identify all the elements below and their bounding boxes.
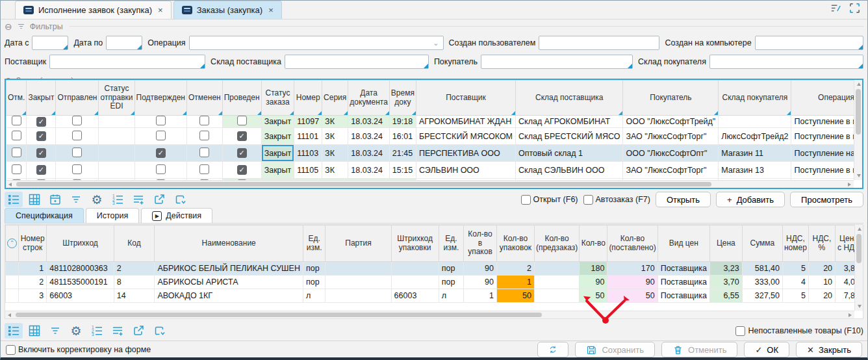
order-row[interactable]: ✓Закрыт11097ЗК18.03.2419:18АГРОКОМБИНАТ … xyxy=(6,116,864,128)
cell-vat_pct[interactable]: 20 xyxy=(808,262,835,276)
scroll-thumb[interactable] xyxy=(856,234,862,263)
cell-barcode[interactable]: 66003 xyxy=(47,289,114,303)
scroll-thumb[interactable] xyxy=(856,89,861,135)
checkbox[interactable] xyxy=(6,345,16,355)
scroll-up-icon[interactable] xyxy=(857,83,861,86)
cell-operation[interactable]: Поступление в магази xyxy=(791,162,863,179)
cell-closed[interactable]: ✓ xyxy=(27,162,56,179)
open-f6-checkbox[interactable]: Открыт (F6) xyxy=(521,195,578,205)
cell-posted[interactable]: ✓ xyxy=(222,162,261,179)
cell-qty[interactable]: 180 xyxy=(580,262,607,276)
spec-col-header-5[interactable]: Ед. изм. xyxy=(303,225,326,262)
cell-posted[interactable] xyxy=(222,116,261,128)
cell-buyer_store[interactable]: ЛюксСофтТрейд2 xyxy=(719,128,791,145)
spec-col-header-7[interactable]: Штрихкод упаковки xyxy=(391,225,439,262)
otm-checkbox[interactable] xyxy=(12,164,21,174)
cell-barcode[interactable]: 4811028000363 xyxy=(47,262,114,276)
orders-col-header-13[interactable]: Склад поставщика xyxy=(516,81,623,116)
spec-row[interactable]: 148110280003632АБРИКОС БЕЛЫЙ ПЕЛИКАН СУШ… xyxy=(6,262,863,276)
orders-col-header-8[interactable]: Номер xyxy=(294,81,322,116)
closed-checkbox[interactable]: ✓ xyxy=(36,165,46,175)
cell-marker[interactable] xyxy=(6,262,19,276)
grid-icon[interactable] xyxy=(25,323,44,339)
spec-col-header-9[interactable]: Кол-во в упаков xyxy=(464,225,497,262)
filter-icon[interactable] xyxy=(67,192,85,207)
confirmed-checkbox[interactable] xyxy=(156,131,166,140)
gear-icon[interactable]: ⚙ xyxy=(67,323,85,339)
spec-col-header-17[interactable]: НДС, номер xyxy=(782,225,808,262)
cell-buyer_store[interactable]: Магазин 13 xyxy=(719,162,791,179)
cell-preorder[interactable] xyxy=(534,262,579,276)
reload-icon[interactable] xyxy=(171,192,189,207)
spec-col-header-4[interactable]: Наименование xyxy=(155,225,303,262)
grid-icon[interactable] xyxy=(25,192,44,207)
orders-col-header-11[interactable]: Время доку xyxy=(389,81,416,116)
spec-col-header-12[interactable]: Кол-во xyxy=(580,225,607,262)
view-button[interactable]: Просмотреть xyxy=(790,192,863,207)
sent-checkbox[interactable] xyxy=(72,116,82,125)
scroll-left-icon[interactable] xyxy=(8,313,11,317)
cell-price_type[interactable]: Поставщика xyxy=(657,276,709,289)
cell-date[interactable]: 18.03.24 xyxy=(348,128,390,145)
tab-close-icon[interactable]: × xyxy=(158,5,163,15)
cell-delivered[interactable]: 170 xyxy=(607,262,657,276)
canceled-checkbox[interactable] xyxy=(199,116,209,125)
cell-time[interactable]: 15:15 xyxy=(389,162,416,179)
orders-col-header-1[interactable]: Закрыт xyxy=(27,81,56,116)
cell-canceled[interactable] xyxy=(187,162,223,179)
ok-button[interactable]: ✓ОК xyxy=(744,342,789,357)
cell-buyer[interactable]: ООО "ЛюксСофтОпт" xyxy=(623,145,719,162)
orders-col-header-10[interactable]: Дата документа xyxy=(348,81,390,116)
cell-packs[interactable]: 50 xyxy=(496,289,534,303)
cell-vat_num[interactable]: 5 xyxy=(782,289,808,303)
cell-marker[interactable] xyxy=(6,289,19,303)
cell-code[interactable]: 14 xyxy=(114,289,155,303)
open-external-icon[interactable] xyxy=(150,192,168,207)
orders-col-header-0[interactable]: Отм. xyxy=(6,81,27,116)
sent-checkbox[interactable] xyxy=(72,148,82,157)
cell-series[interactable]: ЗК xyxy=(322,162,348,179)
cell-batch[interactable] xyxy=(326,262,391,276)
cell-otm[interactable] xyxy=(6,145,27,162)
cell-buyer_store[interactable] xyxy=(719,116,791,128)
posted-checkbox[interactable]: ✓ xyxy=(237,148,247,158)
spec-col-header-13[interactable]: Кол-во (поставлено) xyxy=(607,225,657,262)
scroll-thumb[interactable] xyxy=(16,313,542,317)
cell-operation[interactable]: Поступление в магази xyxy=(791,116,863,128)
posted-checkbox[interactable]: ✓ xyxy=(237,131,247,141)
cell-name[interactable]: АВОКАДО 1КГ xyxy=(155,289,303,303)
cell-confirmed[interactable]: ✓ xyxy=(134,145,186,162)
otm-checkbox[interactable] xyxy=(12,116,21,125)
cell-code[interactable]: 8 xyxy=(114,276,155,289)
reload-icon[interactable] xyxy=(150,323,168,339)
orders-col-header-4[interactable]: Подтвержден xyxy=(134,81,186,116)
order-row[interactable]: ✓✓Закрыт11101ЗК18.03.2416:01БРЕСТСКИЙ МЯ… xyxy=(6,128,864,145)
spec-col-header-6[interactable]: Партия xyxy=(326,225,391,262)
cell-vat_pct[interactable]: 10 xyxy=(808,276,835,289)
cell-unit[interactable]: пор xyxy=(303,276,326,289)
cell-vat_num[interactable]: 5 xyxy=(782,262,808,276)
cell-sum[interactable]: 327,50 xyxy=(742,289,782,303)
supplier-store-input[interactable] xyxy=(285,55,429,69)
cell-canceled[interactable] xyxy=(187,128,223,145)
orders-col-header-7[interactable]: Статус заказа xyxy=(261,81,294,116)
cell-num[interactable]: 3 xyxy=(19,289,47,303)
cell-canceled[interactable] xyxy=(187,145,223,162)
created-on-computer-input[interactable] xyxy=(755,36,863,50)
cell-closed[interactable]: ✓ xyxy=(27,145,56,162)
cell-qty_in_pack[interactable]: 1 xyxy=(464,289,497,303)
sent-checkbox[interactable] xyxy=(72,164,82,174)
open-external-icon[interactable] xyxy=(129,323,147,339)
cell-series[interactable]: ЗК xyxy=(322,116,348,128)
cell-batch[interactable] xyxy=(326,289,391,303)
buyer-input[interactable] xyxy=(481,55,633,69)
confirmed-checkbox[interactable] xyxy=(156,164,166,174)
spec-col-header-0[interactable]: ⌃ xyxy=(6,225,19,262)
cell-pack_unit[interactable]: пор xyxy=(439,262,463,276)
refresh-button[interactable] xyxy=(537,342,568,357)
cell-closed[interactable]: ✓ xyxy=(27,116,56,128)
cell-time[interactable]: 21:45 xyxy=(389,145,416,162)
cell-otm[interactable] xyxy=(6,128,27,145)
close-button[interactable]: ✕Закрыть xyxy=(796,342,862,357)
cell-preorder[interactable] xyxy=(534,276,579,289)
